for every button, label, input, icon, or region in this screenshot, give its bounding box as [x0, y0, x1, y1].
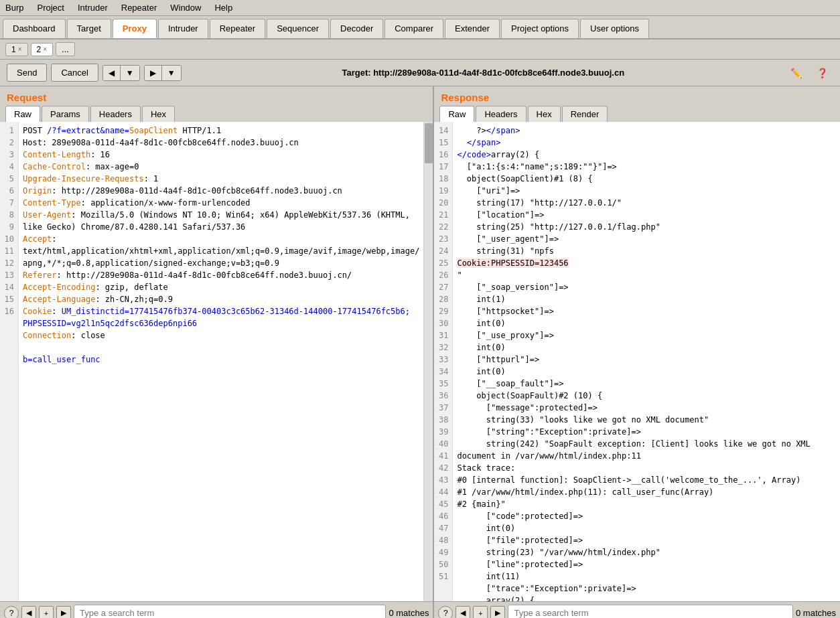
response-title: Response: [434, 86, 840, 106]
cancel-button[interactable]: Cancel: [51, 64, 98, 82]
response-line-numbers: 141516 171819 202122 232425 262728 29303…: [434, 122, 453, 601]
response-code[interactable]: ?></span> </span> </code>array(2) { ["a:…: [453, 122, 840, 601]
response-search-prev-button[interactable]: ◀: [456, 606, 470, 619]
request-scroll-thumb[interactable]: [425, 123, 433, 163]
menu-repeater[interactable]: Repeater: [119, 1, 159, 14]
request-search-add-button[interactable]: +: [39, 606, 54, 619]
more-tabs-button[interactable]: ...: [56, 42, 75, 56]
request-line-numbers: 123 456 789 101112 131415 16: [0, 122, 19, 601]
menu-window[interactable]: Window: [167, 1, 204, 14]
menu-project[interactable]: Project: [34, 1, 66, 14]
tab-sequencer[interactable]: Sequencer: [267, 19, 329, 38]
request-search-prev-button[interactable]: ◀: [21, 606, 36, 619]
tab-project-options[interactable]: Project options: [501, 19, 579, 38]
main-tab-bar: Dashboard Target Proxy Intruder Repeater…: [0, 16, 840, 40]
request-tab-headers[interactable]: Headers: [90, 106, 141, 122]
tab-dashboard[interactable]: Dashboard: [3, 19, 66, 38]
request-search-input[interactable]: [74, 605, 386, 618]
response-content: 141516 171819 202122 232425 262728 29303…: [434, 122, 840, 601]
request-tab-params[interactable]: Params: [42, 106, 89, 122]
target-label: Target: http://289e908a-011d-4a4f-8d1c-0…: [186, 68, 781, 78]
send-button[interactable]: Send: [7, 64, 47, 82]
response-search-next-button[interactable]: ▶: [490, 606, 505, 619]
nav-forward-group: ▶ ▼: [144, 65, 182, 81]
request-search-bar: ? ◀ + ▶ 0 matches: [0, 601, 433, 618]
menu-burp[interactable]: Burp: [3, 1, 26, 14]
response-tab-headers[interactable]: Headers: [476, 106, 526, 122]
tab-extender[interactable]: Extender: [445, 19, 500, 38]
tab-comparer[interactable]: Comparer: [384, 19, 443, 38]
close-tab-1-icon[interactable]: ×: [18, 46, 22, 53]
response-tab-hex[interactable]: Hex: [528, 106, 561, 122]
request-scrollbar[interactable]: [423, 122, 433, 601]
tab-repeater[interactable]: Repeater: [210, 19, 265, 38]
request-tabs: Raw Params Headers Hex: [0, 106, 433, 122]
response-search-bar: ? ◀ + ▶ 0 matches: [434, 601, 840, 618]
sub-tab-1-label: 1: [11, 45, 16, 54]
main-area: Request Raw Params Headers Hex 123 456 7…: [0, 86, 840, 618]
close-tab-2-icon[interactable]: ×: [43, 46, 47, 53]
menu-intruder[interactable]: Intruder: [75, 1, 111, 14]
nav-forward-button[interactable]: ▶: [145, 66, 162, 80]
response-pane: Response Raw Headers Hex Render 141516 1…: [434, 86, 840, 618]
tab-target[interactable]: Target: [67, 19, 111, 38]
response-tabs: Raw Headers Hex Render: [434, 106, 840, 122]
sub-tab-2-label: 2: [37, 45, 42, 54]
request-search-help-button[interactable]: ?: [4, 606, 19, 619]
request-pane: Request Raw Params Headers Hex 123 456 7…: [0, 86, 434, 618]
response-tab-render[interactable]: Render: [562, 106, 608, 122]
nav-back-group: ◀ ▼: [102, 65, 140, 81]
response-tab-raw[interactable]: Raw: [439, 106, 474, 122]
menu-help[interactable]: Help: [212, 1, 235, 14]
request-tab-raw[interactable]: Raw: [5, 106, 40, 122]
response-search-input[interactable]: [508, 605, 793, 618]
sub-tab-bar: 1 × 2 × ...: [0, 40, 840, 60]
sub-tab-2[interactable]: 2 ×: [31, 43, 54, 56]
request-title: Request: [0, 86, 433, 106]
response-search-help-button[interactable]: ?: [438, 606, 453, 619]
tab-user-options[interactable]: User options: [580, 19, 649, 38]
response-matches-label: 0 matches: [796, 608, 836, 618]
sub-tab-1[interactable]: 1 ×: [5, 43, 28, 56]
tab-proxy[interactable]: Proxy: [113, 19, 157, 38]
menu-bar: Burp Project Intruder Repeater Window He…: [0, 0, 840, 16]
nav-back-dropdown[interactable]: ▼: [121, 66, 139, 80]
request-tab-hex[interactable]: Hex: [142, 106, 175, 122]
request-search-next-button[interactable]: ▶: [56, 606, 71, 619]
request-content: 123 456 789 101112 131415 16 POST /?f=ex…: [0, 122, 433, 601]
request-code[interactable]: POST /?f=extract&name=SoapClient HTTP/1.…: [19, 122, 423, 601]
help-target-button[interactable]: ❓: [811, 65, 833, 81]
nav-forward-dropdown[interactable]: ▼: [162, 66, 181, 80]
nav-back-button[interactable]: ◀: [103, 66, 121, 80]
response-search-add-button[interactable]: +: [473, 606, 488, 619]
tab-intruder[interactable]: Intruder: [158, 19, 208, 38]
tab-decoder[interactable]: Decoder: [330, 19, 383, 38]
request-matches-label: 0 matches: [389, 608, 429, 618]
edit-target-button[interactable]: ✏️: [785, 65, 807, 81]
toolbar: Send Cancel ◀ ▼ ▶ ▼ Target: http://289e9…: [0, 60, 840, 86]
